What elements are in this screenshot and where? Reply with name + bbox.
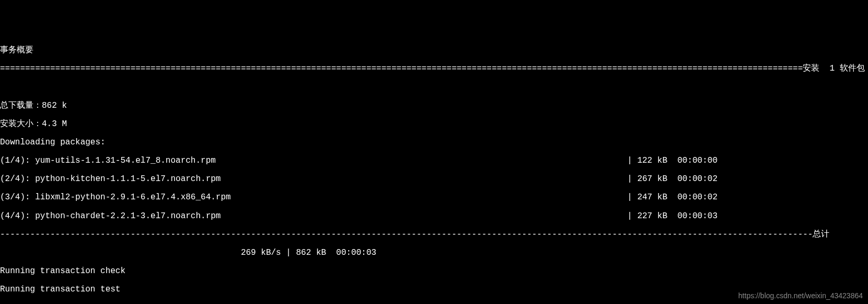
blank-line	[0, 83, 868, 92]
total-separator: ----------------------------------------…	[0, 230, 868, 240]
total-download-size: 总下载量：862 k	[0, 102, 868, 111]
install-size: 安装大小：4.3 M	[0, 120, 868, 129]
total-stats: 269 kB/s | 862 kB 00:00:03	[0, 249, 868, 258]
download-row: (4/4): python-chardet-2.2.1-3.el7.noarch…	[0, 212, 868, 221]
section-title: 事务概要	[0, 46, 868, 55]
download-row: (1/4): yum-utils-1.1.31-54.el7_8.noarch.…	[0, 156, 868, 166]
download-row: (3/4): libxml2-python-2.9.1-6.el7.4.x86_…	[0, 193, 868, 202]
transaction-check: Running transaction check	[0, 267, 868, 276]
watermark-text: https://blog.csdn.net/weixin_43423864	[738, 292, 863, 300]
separator-install-summary: ========================================…	[0, 64, 868, 74]
downloading-packages-label: Downloading packages:	[0, 138, 868, 148]
download-row: (2/4): python-kitchen-1.1.1-5.el7.noarch…	[0, 175, 868, 184]
terminal-output: 事务概要 ===================================…	[0, 37, 868, 304]
